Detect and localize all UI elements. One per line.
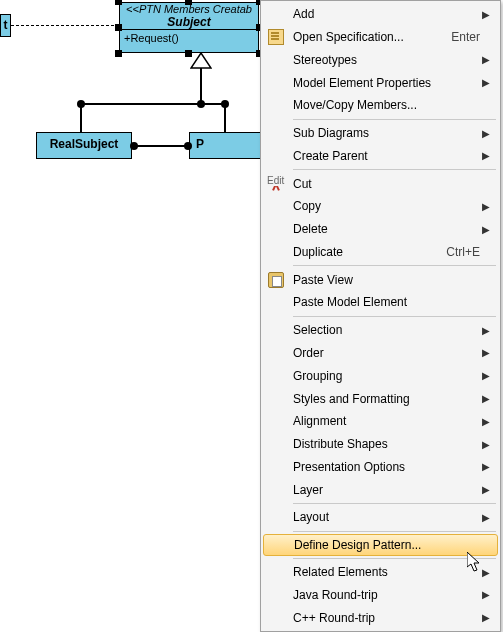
- menu-item-label: Cut: [289, 177, 480, 191]
- menu-item-define-pattern[interactable]: Define Design Pattern...: [263, 534, 498, 556]
- menu-item-delete[interactable]: Delete▶: [263, 218, 498, 241]
- submenu-arrow-icon: ▶: [480, 512, 490, 523]
- class-partial-left[interactable]: t: [0, 14, 11, 37]
- menu-item-label: Order: [289, 346, 480, 360]
- menu-item-distribute[interactable]: Distribute Shapes▶: [263, 433, 498, 456]
- submenu-arrow-icon: ▶: [480, 347, 490, 358]
- menu-item-pres-options[interactable]: Presentation Options▶: [263, 455, 498, 478]
- menu-separator: [293, 119, 496, 120]
- menu-item-shortcut: Ctrl+E: [438, 245, 480, 259]
- submenu-arrow-icon: ▶: [480, 612, 490, 623]
- resize-handle-sw[interactable]: [115, 50, 122, 57]
- submenu-arrow-icon: ▶: [480, 461, 490, 472]
- menu-item-label: Alignment: [289, 414, 480, 428]
- menu-item-label: C++ Round-trip: [289, 611, 480, 625]
- menu-item-move-copy[interactable]: Move/Copy Members...: [263, 94, 498, 117]
- menu-item-paste-model[interactable]: Paste Model Element: [263, 291, 498, 314]
- svg-marker-0: [191, 53, 211, 68]
- menu-item-cpp-rt[interactable]: C++ Round-trip▶: [263, 606, 498, 629]
- submenu-arrow-icon: ▶: [480, 393, 490, 404]
- menu-separator: [293, 531, 496, 532]
- spec-icon: [268, 29, 284, 45]
- submenu-arrow-icon: ▶: [480, 77, 490, 88]
- resize-handle-w[interactable]: [115, 24, 122, 31]
- menu-item-label: Open Specification...: [289, 30, 443, 44]
- menu-item-add[interactable]: Add▶: [263, 3, 498, 26]
- menu-item-create-parent[interactable]: Create Parent▶: [263, 145, 498, 168]
- menu-separator: [293, 265, 496, 266]
- menu-item-label: Sub Diagrams: [289, 126, 480, 140]
- menu-item-label: Duplicate: [289, 245, 438, 259]
- submenu-arrow-icon: ▶: [480, 370, 490, 381]
- menu-separator: [293, 316, 496, 317]
- menu-item-label: Delete: [289, 222, 480, 236]
- menu-group-label-edit: Edit: [265, 175, 286, 186]
- resize-handle-n[interactable]: [185, 0, 192, 5]
- menu-item-sub-diagrams[interactable]: Sub Diagrams▶: [263, 122, 498, 145]
- submenu-arrow-icon: ▶: [480, 224, 490, 235]
- menu-item-label: Java Round-trip: [289, 588, 480, 602]
- menu-separator: [293, 558, 496, 559]
- menu-item-label: Add: [289, 7, 480, 21]
- menu-item-layer[interactable]: Layer▶: [263, 478, 498, 501]
- menu-item-label: Layer: [289, 483, 480, 497]
- menu-item-label: Distribute Shapes: [289, 437, 480, 451]
- menu-item-stereotypes[interactable]: Stereotypes▶: [263, 49, 498, 72]
- menu-item-alignment[interactable]: Alignment▶: [263, 410, 498, 433]
- subject-name: Subject: [120, 15, 258, 29]
- menu-item-label: Define Design Pattern...: [290, 538, 479, 552]
- menu-separator: [293, 169, 496, 170]
- menu-item-label: Copy: [289, 199, 480, 213]
- menu-item-label: Create Parent: [289, 149, 480, 163]
- paste-icon: [268, 272, 284, 288]
- menu-item-grouping[interactable]: Grouping▶: [263, 364, 498, 387]
- menu-item-label: Stereotypes: [289, 53, 480, 67]
- menu-item-model-props[interactable]: Model Element Properties▶: [263, 71, 498, 94]
- menu-item-copy[interactable]: Copy▶: [263, 195, 498, 218]
- class-real-subject[interactable]: RealSubject: [36, 132, 132, 159]
- menu-item-label: Model Element Properties: [289, 76, 480, 90]
- menu-item-label: Grouping: [289, 369, 480, 383]
- submenu-arrow-icon: ▶: [480, 54, 490, 65]
- menu-item-label: Move/Copy Members...: [289, 98, 480, 112]
- real-subject-name: RealSubject: [37, 133, 131, 155]
- submenu-arrow-icon: ▶: [480, 567, 490, 578]
- menu-item-label: Styles and Formatting: [289, 392, 480, 406]
- submenu-arrow-icon: ▶: [480, 150, 490, 161]
- menu-item-paste-view[interactable]: Paste View: [263, 268, 498, 291]
- menu-item-open-spec[interactable]: Open Specification...Enter: [263, 26, 498, 49]
- menu-item-cut[interactable]: Cut: [263, 172, 498, 195]
- subject-operation: +Request(): [120, 29, 258, 46]
- menu-item-java-rt[interactable]: Java Round-trip▶: [263, 584, 498, 607]
- submenu-arrow-icon: ▶: [480, 325, 490, 336]
- menu-item-layout[interactable]: Layout▶: [263, 506, 498, 529]
- menu-item-label: Paste View: [289, 273, 480, 287]
- menu-separator: [293, 503, 496, 504]
- proxy-name-fragment: P: [190, 133, 260, 155]
- submenu-arrow-icon: ▶: [480, 128, 490, 139]
- menu-item-styles-fmt[interactable]: Styles and Formatting▶: [263, 387, 498, 410]
- menu-item-label: Presentation Options: [289, 460, 480, 474]
- submenu-arrow-icon: ▶: [480, 416, 490, 427]
- menu-item-shortcut: Enter: [443, 30, 480, 44]
- class-proxy-partial[interactable]: P: [189, 132, 261, 159]
- menu-item-label: Paste Model Element: [289, 295, 480, 309]
- class-partial-left-label: t: [1, 15, 10, 35]
- menu-item-order[interactable]: Order▶: [263, 342, 498, 365]
- resize-handle-nw[interactable]: [115, 0, 122, 5]
- menu-item-label: Related Elements: [289, 565, 480, 579]
- submenu-arrow-icon: ▶: [480, 9, 490, 20]
- menu-item-label: Layout: [289, 510, 480, 524]
- submenu-arrow-icon: ▶: [480, 589, 490, 600]
- class-subject[interactable]: <<PTN Members Creatab Subject +Request(): [119, 2, 259, 53]
- submenu-arrow-icon: ▶: [480, 201, 490, 212]
- menu-item-related[interactable]: Related Elements▶: [263, 561, 498, 584]
- menu-item-label: Selection: [289, 323, 480, 337]
- submenu-arrow-icon: ▶: [480, 439, 490, 450]
- menu-item-duplicate[interactable]: DuplicateCtrl+E: [263, 241, 498, 264]
- context-menu: Add▶Open Specification...EnterStereotype…: [260, 0, 501, 632]
- submenu-arrow-icon: ▶: [480, 484, 490, 495]
- menu-item-selection[interactable]: Selection▶: [263, 319, 498, 342]
